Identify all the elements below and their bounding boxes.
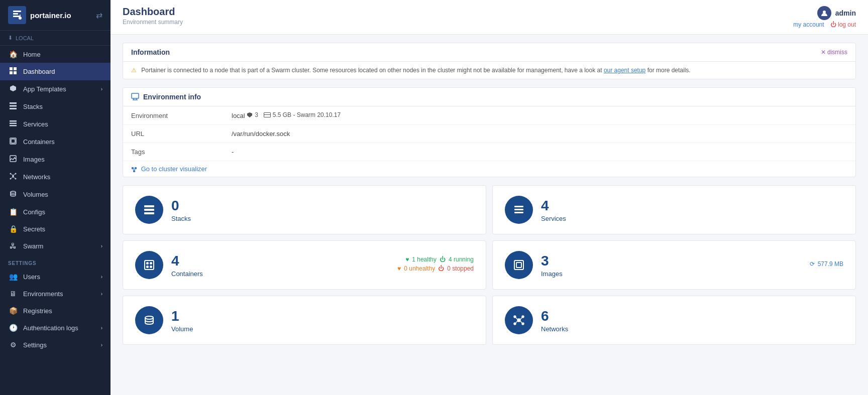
- sidebar-item-settings[interactable]: ⚙ Settings ›: [0, 336, 111, 353]
- svg-rect-10: [10, 105, 17, 107]
- svg-line-23: [11, 174, 13, 175]
- env-info-section: Environment info Environment local 3 5.5…: [123, 87, 856, 177]
- env-label: LOCAL: [16, 35, 34, 41]
- containers-icon: [8, 138, 18, 146]
- svg-rect-11: [10, 108, 17, 109]
- images-card-icon: [505, 251, 533, 279]
- networks-card[interactable]: 6 Networks: [492, 296, 856, 345]
- chevron-right-icon: ›: [101, 274, 102, 280]
- sidebar-item-auth-logs[interactable]: 🕐 Authentication logs ›: [0, 319, 111, 336]
- unhealthy-row: ♥ 0 unhealthy ⏻ 0 stopped: [397, 265, 474, 272]
- svg-point-45: [150, 262, 152, 264]
- svg-point-52: [514, 316, 516, 318]
- svg-rect-32: [132, 167, 134, 169]
- svg-point-27: [11, 191, 16, 193]
- user-avatar: [817, 6, 831, 20]
- running-icon: ⏻: [440, 256, 446, 263]
- networks-icon: [8, 173, 18, 181]
- healthy-count: 1 healthy: [412, 256, 437, 263]
- sidebar-item-dashboard[interactable]: Dashboard: [0, 63, 111, 80]
- username-label: admin: [835, 9, 856, 17]
- dismiss-button[interactable]: ✕ dismiss: [821, 49, 847, 56]
- logout-icon: ⏻: [830, 21, 836, 28]
- dashboard-cards: 0 Stacks 4 Services 4: [123, 185, 856, 345]
- containers-meta: ♥ 1 healthy ⏻ 4 running ♥ 0 unhealthy ⏻ …: [397, 256, 474, 274]
- sidebar-logo[interactable]: portainer.io ⇄: [0, 0, 111, 31]
- sidebar-item-volumes[interactable]: Volumes: [0, 186, 111, 203]
- unhealthy-count: 0 unhealthy: [404, 265, 435, 272]
- svg-rect-34: [133, 170, 135, 172]
- sidebar-item-containers[interactable]: Containers: [0, 133, 111, 151]
- sidebar-item-label: Authentication logs: [23, 324, 78, 332]
- services-count: 4: [541, 198, 566, 214]
- services-label: Services: [541, 215, 566, 222]
- transfer-icon: ⇄: [96, 11, 102, 20]
- sidebar-item-app-templates[interactable]: App Templates ›: [0, 80, 111, 98]
- svg-point-51: [517, 319, 520, 322]
- sidebar-item-stacks[interactable]: Stacks: [0, 98, 111, 115]
- swarm-icon: 🖧: [8, 242, 18, 250]
- sidebar-item-label: Environments: [23, 290, 63, 298]
- chevron-right-icon: ›: [101, 325, 102, 331]
- svg-line-25: [11, 177, 13, 178]
- svg-rect-41: [514, 209, 523, 210]
- sidebar-item-registries[interactable]: 📦 Registries: [0, 302, 111, 319]
- agent-setup-link[interactable]: our agent setup: [604, 67, 645, 74]
- header-title-group: Dashboard Environment summary: [123, 6, 183, 26]
- sidebar-item-label: Networks: [23, 173, 50, 181]
- environments-icon: 🖥: [8, 290, 18, 298]
- sidebar-item-label: Settings: [23, 341, 47, 349]
- chevron-right-icon: ›: [101, 243, 102, 249]
- env-value-url: /var/run/docker.sock: [224, 125, 855, 143]
- sidebar-item-services[interactable]: Services: [0, 115, 111, 133]
- svg-point-46: [147, 266, 148, 268]
- containers-card-icon: [135, 251, 163, 279]
- images-icon: [8, 155, 18, 164]
- svg-point-55: [522, 323, 524, 325]
- registries-icon: 📦: [8, 307, 18, 315]
- svg-line-56: [516, 318, 517, 319]
- cluster-visualizer-link[interactable]: Go to cluster visualizer: [123, 161, 215, 177]
- stacks-count: 0: [171, 198, 191, 214]
- sidebar-item-home[interactable]: 🏠 Home: [0, 46, 111, 63]
- sidebar-item-label: Services: [23, 120, 48, 128]
- sidebar: portainer.io ⇄ ⬇ LOCAL 🏠 Home Dashboard …: [0, 0, 111, 395]
- sidebar-item-configs[interactable]: 📋 Configs: [0, 203, 111, 220]
- containers-card[interactable]: 4 Containers ♥ 1 healthy ⏻ 4 running ♥ 0…: [123, 240, 486, 290]
- sidebar-item-environments[interactable]: 🖥 Environments ›: [0, 285, 111, 302]
- svg-rect-6: [14, 67, 17, 70]
- portainer-logo-icon: [8, 6, 26, 24]
- stacks-card[interactable]: 0 Stacks: [123, 185, 486, 234]
- env-row-url: URL /var/run/docker.sock: [123, 125, 855, 143]
- logo-text: portainer.io: [30, 11, 71, 20]
- my-account-link[interactable]: my account: [793, 21, 824, 28]
- configs-icon: 📋: [8, 208, 18, 216]
- services-card[interactable]: 4 Services: [492, 185, 856, 234]
- sidebar-item-label: Secrets: [23, 225, 45, 233]
- healthy-icon: ♥: [405, 256, 409, 263]
- svg-point-44: [147, 262, 148, 264]
- logout-link[interactable]: ⏻ log out: [830, 21, 856, 28]
- info-message: Portainer is connected to a node that is…: [141, 67, 602, 74]
- networks-count: 6: [541, 308, 568, 324]
- unhealthy-icon: ♥: [397, 265, 401, 272]
- svg-rect-37: [144, 205, 154, 207]
- sidebar-item-networks[interactable]: Networks: [0, 168, 111, 186]
- images-card[interactable]: 3 Images ⟳ 577.9 MB: [492, 240, 856, 290]
- sidebar-item-label: Home: [23, 51, 41, 58]
- sidebar-item-swarm[interactable]: 🖧 Swarm ›: [0, 237, 111, 254]
- sidebar-item-secrets[interactable]: 🔒 Secrets: [0, 220, 111, 237]
- sidebar-item-label: Images: [23, 156, 45, 163]
- stopped-icon: ⏻: [438, 265, 444, 272]
- svg-rect-5: [10, 67, 13, 70]
- svg-rect-8: [14, 71, 17, 74]
- volumes-card[interactable]: 1 Volume: [123, 296, 486, 345]
- services-icon: [8, 120, 18, 128]
- env-selector[interactable]: ⬇ LOCAL: [0, 31, 111, 46]
- env-label-environment: Environment: [123, 106, 224, 125]
- sidebar-item-users[interactable]: 👥 Users ›: [0, 268, 111, 285]
- sidebar-item-images[interactable]: Images: [0, 151, 111, 168]
- containers-label: Containers: [171, 270, 203, 278]
- sidebar-item-label: Registries: [23, 307, 52, 315]
- svg-rect-12: [10, 120, 17, 122]
